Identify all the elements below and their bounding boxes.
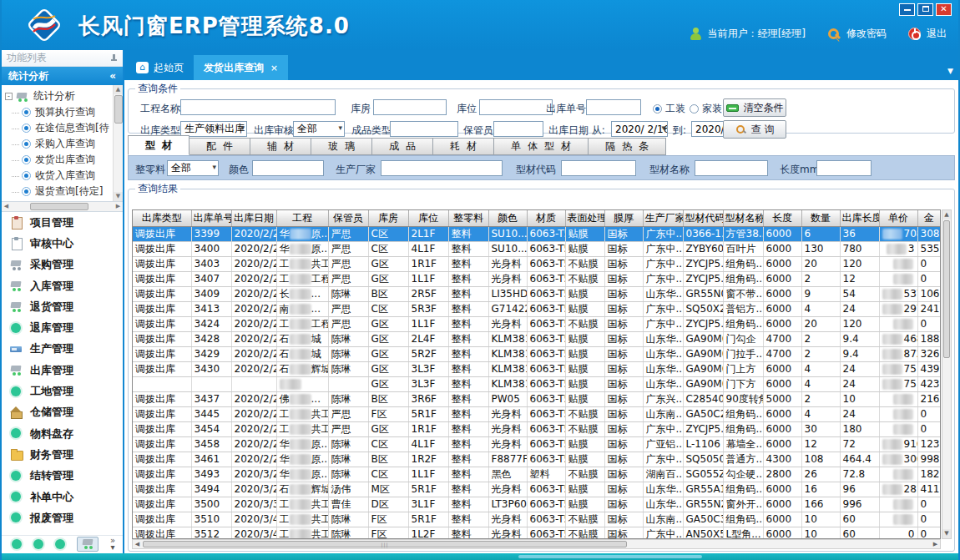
cell-wh[interactable]: C区 bbox=[368, 241, 408, 256]
cell-len[interactable]: 6000 bbox=[763, 497, 801, 512]
cell-amt[interactable]: 106 bbox=[917, 286, 941, 301]
cell-amt[interactable]: 998 bbox=[917, 452, 941, 467]
cell-mfr[interactable]: 广东中... bbox=[643, 316, 683, 331]
cell-surf[interactable]: 贴膜 bbox=[565, 436, 604, 452]
cell-zl[interactable]: 整料 bbox=[448, 421, 488, 436]
table-row[interactable]: 调拨出库34032020/2/25工共工程严思G区1R1F整料光身料6063-T… bbox=[133, 256, 941, 271]
cell-proj[interactable]: 华原... bbox=[276, 436, 328, 452]
cell-no[interactable]: 3461 bbox=[191, 452, 231, 467]
sidebar-menu-item[interactable]: 生产管理 bbox=[2, 339, 123, 360]
grid-vertical-scrollbar[interactable]: ▲ ▼ bbox=[942, 209, 952, 539]
cell-date[interactable]: 2020/2/27 bbox=[231, 391, 276, 406]
cell-loc[interactable]: 2L4F bbox=[408, 331, 448, 346]
cell-color[interactable]: 光身料 bbox=[488, 482, 527, 497]
cell-len[interactable]: 6000 bbox=[763, 361, 801, 376]
sidebar-menu-item[interactable]: 工地管理 bbox=[2, 381, 123, 401]
cell-qty[interactable]: 16 bbox=[801, 482, 840, 497]
cell-film[interactable]: 国标 bbox=[604, 316, 643, 331]
grid-hscroll-thumb[interactable]: ||| bbox=[143, 541, 627, 547]
cell-keeper[interactable]: 严思 bbox=[328, 241, 368, 256]
cell-wh[interactable]: G区 bbox=[368, 421, 408, 436]
cell-wh[interactable]: G区 bbox=[368, 316, 408, 331]
cell-mat[interactable]: 6063-T5 bbox=[527, 286, 565, 301]
cell-price[interactable] bbox=[879, 406, 917, 421]
cell-code[interactable]: SQ50X2... bbox=[683, 301, 723, 316]
cell-loc[interactable]: 1L2F bbox=[408, 527, 448, 539]
cell-amt[interactable]: 0 bbox=[917, 406, 941, 421]
table-row[interactable]: 调拨出库35122020/3/4工共工程陈琳F区1L2F整料光身料6063-T5… bbox=[133, 527, 941, 539]
cell-name[interactable]: 窗不带... bbox=[723, 286, 763, 301]
cell-len[interactable]: 6000 bbox=[763, 421, 801, 436]
grid-vscroll-thumb[interactable] bbox=[943, 220, 950, 358]
cell-price[interactable]: 3 bbox=[879, 241, 917, 256]
material-tab[interactable]: 型材 bbox=[128, 135, 189, 155]
cell-zl[interactable]: 整料 bbox=[448, 497, 488, 512]
cell-surf[interactable]: 不贴膜 bbox=[565, 271, 604, 286]
column-header-loc[interactable]: 库位 bbox=[408, 210, 448, 226]
warehouse-input[interactable] bbox=[373, 99, 447, 115]
cell-no[interactable]: 3400 bbox=[191, 241, 231, 256]
cell-amt[interactable]: 411 bbox=[917, 482, 941, 497]
cell-proj[interactable] bbox=[276, 376, 328, 391]
cell-name[interactable]: 门勾企 bbox=[723, 331, 763, 346]
cell-type[interactable] bbox=[133, 376, 191, 391]
cell-mfr[interactable]: 广东中... bbox=[643, 452, 683, 467]
sidebar-menu-item[interactable]: 退货管理 bbox=[2, 296, 123, 317]
cell-price[interactable] bbox=[879, 497, 917, 512]
cell-proj[interactable]: 工共工程 bbox=[276, 421, 328, 436]
cell-len[interactable]: 6000 bbox=[763, 226, 801, 241]
cell-name[interactable]: 组角码... bbox=[723, 421, 763, 436]
cell-code[interactable]: GR55N26 bbox=[683, 497, 723, 512]
cell-proj[interactable]: 华原... bbox=[276, 467, 328, 482]
cell-len[interactable]: 6000 bbox=[763, 301, 801, 316]
cell-code[interactable]: ZYCJP5... bbox=[683, 421, 723, 436]
cell-zl[interactable]: 整料 bbox=[448, 346, 488, 361]
cell-type[interactable]: 调拨出库 bbox=[133, 436, 191, 452]
cell-no[interactable]: 3399 bbox=[191, 226, 231, 241]
cell-color[interactable]: KLM3817 bbox=[488, 346, 527, 361]
cell-amt[interactable]: 439 bbox=[917, 361, 941, 376]
sidebar-menu-item[interactable]: 项目管理 bbox=[2, 212, 123, 233]
cell-wh[interactable]: F区 bbox=[368, 527, 408, 539]
cell-keeper[interactable]: 陈琳 bbox=[328, 436, 368, 452]
cell-date[interactable]: 2020/2/26 bbox=[231, 316, 276, 331]
cell-price[interactable]: 708 bbox=[879, 226, 917, 241]
cell-date[interactable]: 2020/2/26 bbox=[231, 346, 276, 361]
column-header-wh[interactable]: 库房 bbox=[368, 210, 408, 226]
cell-outlen[interactable]: 180 bbox=[840, 421, 879, 436]
material-tab[interactable]: 辅材 bbox=[250, 138, 311, 155]
radio-gongzhuang[interactable]: 工装 bbox=[653, 102, 685, 116]
cell-qty[interactable]: 2 bbox=[801, 346, 840, 361]
tree-item[interactable]: 在途信息查询[待 bbox=[2, 120, 113, 136]
cell-name[interactable]: L型角... bbox=[723, 527, 763, 539]
cell-zl[interactable]: 整料 bbox=[448, 301, 488, 316]
cell-outlen[interactable]: 60 bbox=[840, 512, 879, 527]
cell-zl[interactable]: 整料 bbox=[448, 226, 488, 241]
cell-loc[interactable]: 1L1F bbox=[408, 467, 448, 482]
cell-film[interactable]: 国标 bbox=[604, 467, 643, 482]
cell-type[interactable]: 调拨出库 bbox=[133, 527, 191, 539]
sidebar-section-header[interactable]: 统计分析 « bbox=[2, 67, 123, 85]
table-row[interactable]: 调拨出库34582020/2/28华原...陈琳C区4L1F整料光身料6063-… bbox=[133, 436, 941, 452]
manufacturer-input[interactable] bbox=[381, 160, 503, 176]
cell-type[interactable]: 调拨出库 bbox=[133, 452, 191, 467]
cell-qty[interactable]: 20 bbox=[801, 316, 840, 331]
cell-price[interactable]: 2812 bbox=[879, 482, 917, 497]
cell-mat[interactable]: 6063-T5 bbox=[527, 527, 565, 539]
cell-mfr[interactable]: 山东华... bbox=[643, 346, 683, 361]
cell-proj[interactable]: 华原... bbox=[276, 452, 328, 467]
tree-item[interactable]: 发货出库查询 bbox=[2, 152, 113, 168]
cell-film[interactable]: 国标 bbox=[604, 391, 643, 406]
logout-button[interactable]: 退出 bbox=[927, 27, 947, 41]
cell-film[interactable]: 国标 bbox=[604, 226, 643, 241]
cell-len[interactable]: 6000 bbox=[763, 256, 801, 271]
column-header-type[interactable]: 出库类型 bbox=[133, 210, 191, 226]
cell-code[interactable]: GA50C27 bbox=[683, 406, 723, 421]
cell-film[interactable]: 国标 bbox=[604, 482, 643, 497]
cell-surf[interactable]: 不贴膜 bbox=[565, 512, 604, 527]
cell-outlen[interactable]: 72 bbox=[840, 436, 879, 452]
cell-date[interactable]: 2020/2/25 bbox=[231, 256, 276, 271]
cell-mat[interactable]: 6063-T5 bbox=[527, 346, 565, 361]
cell-color[interactable]: 光身料 bbox=[488, 256, 527, 271]
column-header-code[interactable]: 型材代码 bbox=[683, 210, 723, 226]
